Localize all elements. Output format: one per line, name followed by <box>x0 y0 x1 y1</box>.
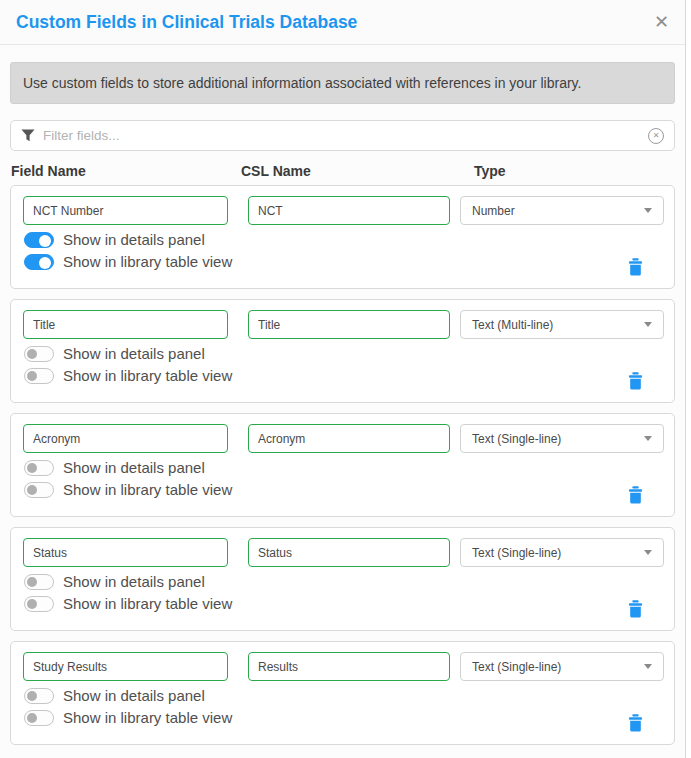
details-panel-toggle-label: Show in details panel <box>63 345 205 362</box>
toggle-knob <box>39 235 51 247</box>
toggle-knob <box>27 463 37 473</box>
toggle-knob <box>27 691 37 701</box>
field-rows-list: Number Show in details panel Show in lib… <box>0 185 685 745</box>
info-banner-text: Use custom fields to store additional in… <box>23 75 581 91</box>
toggle-knob <box>27 713 37 723</box>
delete-field-button[interactable] <box>628 372 643 390</box>
details-panel-toggle-row: Show in details panel <box>24 345 205 362</box>
library-table-toggle[interactable] <box>24 710 54 726</box>
custom-fields-dialog: Custom Fields in Clinical Trials Databas… <box>0 0 686 758</box>
field-inputs-row: Text (Single-line) <box>23 538 664 567</box>
toggle-knob <box>39 257 51 269</box>
csl-name-input[interactable] <box>248 652 450 681</box>
type-select[interactable]: Text (Single-line) <box>460 652 664 681</box>
library-table-toggle-label: Show in library table view <box>63 481 232 498</box>
delete-field-button[interactable] <box>628 600 643 618</box>
details-panel-toggle-row: Show in details panel <box>24 459 205 476</box>
library-table-toggle-label: Show in library table view <box>63 595 232 612</box>
library-table-toggle-label: Show in library table view <box>63 367 232 384</box>
field-name-input[interactable] <box>23 538 228 567</box>
type-select-value: Text (Single-line) <box>472 660 561 674</box>
toggle-knob <box>27 577 37 587</box>
delete-field-button[interactable] <box>628 258 643 276</box>
toggle-knob <box>27 371 37 381</box>
field-name-input[interactable] <box>23 424 228 453</box>
csl-name-input[interactable] <box>248 538 450 567</box>
details-panel-toggle-label: Show in details panel <box>63 573 205 590</box>
details-panel-toggle[interactable] <box>24 346 54 362</box>
details-panel-toggle[interactable] <box>24 232 54 248</box>
library-table-toggle-label: Show in library table view <box>63 709 232 726</box>
clear-filter-icon[interactable]: ✕ <box>648 128 664 144</box>
library-table-toggle-row: Show in library table view <box>24 595 232 612</box>
column-header-field-name: Field Name <box>10 163 241 179</box>
type-select-value: Text (Multi-line) <box>472 318 553 332</box>
column-header-csl-name: CSL Name <box>241 163 474 179</box>
csl-name-input[interactable] <box>248 310 450 339</box>
type-select-value: Number <box>472 204 515 218</box>
chevron-down-icon <box>644 550 652 555</box>
page-title: Custom Fields in Clinical Trials Databas… <box>16 12 357 33</box>
library-table-toggle[interactable] <box>24 482 54 498</box>
filter-funnel-icon <box>21 129 35 142</box>
details-panel-toggle-label: Show in details panel <box>63 231 205 248</box>
details-panel-toggle-label: Show in details panel <box>63 687 205 704</box>
library-table-toggle-label: Show in library table view <box>63 253 232 270</box>
type-select-value: Text (Single-line) <box>472 546 561 560</box>
column-headers: Field Name CSL Name Type <box>10 163 675 179</box>
toggle-knob <box>27 349 37 359</box>
library-table-toggle[interactable] <box>24 368 54 384</box>
details-panel-toggle-row: Show in details panel <box>24 573 205 590</box>
close-icon[interactable]: ✕ <box>654 13 669 31</box>
filter-input[interactable] <box>43 128 648 143</box>
delete-field-button[interactable] <box>628 486 643 504</box>
toggle-knob <box>27 599 37 609</box>
library-table-toggle[interactable] <box>24 596 54 612</box>
type-select[interactable]: Text (Single-line) <box>460 538 664 567</box>
filter-bar: ✕ <box>10 120 675 151</box>
details-panel-toggle-row: Show in details panel <box>24 687 205 704</box>
field-inputs-row: Number <box>23 196 664 225</box>
field-name-input[interactable] <box>23 652 228 681</box>
field-row: Text (Single-line) Show in details panel… <box>10 641 675 745</box>
details-panel-toggle[interactable] <box>24 460 54 476</box>
delete-field-button[interactable] <box>628 714 643 732</box>
library-table-toggle-row: Show in library table view <box>24 367 232 384</box>
csl-name-input[interactable] <box>248 196 450 225</box>
field-name-input[interactable] <box>23 310 228 339</box>
library-table-toggle-row: Show in library table view <box>24 253 232 270</box>
details-panel-toggle[interactable] <box>24 574 54 590</box>
info-banner: Use custom fields to store additional in… <box>10 62 675 104</box>
chevron-down-icon <box>644 322 652 327</box>
type-select[interactable]: Text (Single-line) <box>460 424 664 453</box>
field-row: Text (Single-line) Show in details panel… <box>10 413 675 517</box>
details-panel-toggle-label: Show in details panel <box>63 459 205 476</box>
library-table-toggle-row: Show in library table view <box>24 709 232 726</box>
chevron-down-icon <box>644 664 652 669</box>
field-row: Text (Multi-line) Show in details panel … <box>10 299 675 403</box>
field-row: Number Show in details panel Show in lib… <box>10 185 675 289</box>
chevron-down-icon <box>644 208 652 213</box>
dialog-header: Custom Fields in Clinical Trials Databas… <box>0 0 685 45</box>
library-table-toggle-row: Show in library table view <box>24 481 232 498</box>
type-select[interactable]: Text (Multi-line) <box>460 310 664 339</box>
field-name-input[interactable] <box>23 196 228 225</box>
field-inputs-row: Text (Single-line) <box>23 652 664 681</box>
field-inputs-row: Text (Single-line) <box>23 424 664 453</box>
field-row: Text (Single-line) Show in details panel… <box>10 527 675 631</box>
csl-name-input[interactable] <box>248 424 450 453</box>
toggle-knob <box>27 485 37 495</box>
column-header-type: Type <box>474 163 675 179</box>
type-select[interactable]: Number <box>460 196 664 225</box>
chevron-down-icon <box>644 436 652 441</box>
library-table-toggle[interactable] <box>24 254 54 270</box>
field-inputs-row: Text (Multi-line) <box>23 310 664 339</box>
type-select-value: Text (Single-line) <box>472 432 561 446</box>
details-panel-toggle-row: Show in details panel <box>24 231 205 248</box>
details-panel-toggle[interactable] <box>24 688 54 704</box>
